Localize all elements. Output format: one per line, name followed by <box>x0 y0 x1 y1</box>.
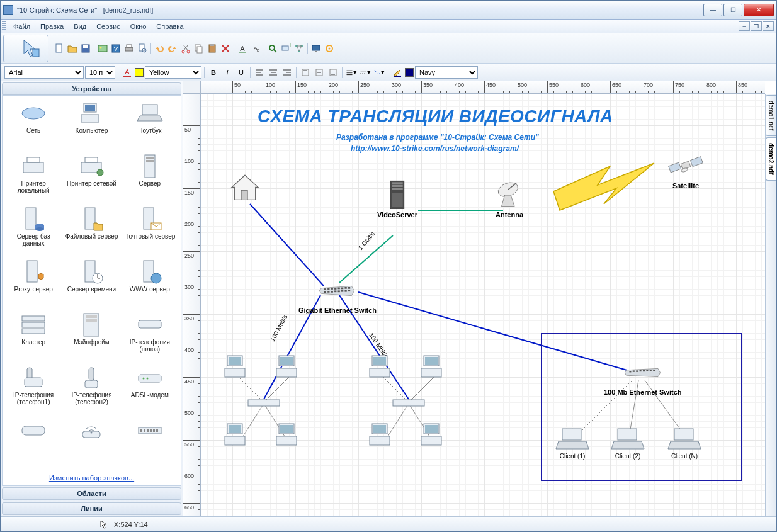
lines-panel-header[interactable]: Линии <box>2 502 181 515</box>
edge-label-gbit[interactable]: 1 Gbit/s <box>357 230 377 251</box>
mdi-close-button[interactable]: ✕ <box>763 21 774 31</box>
open-button[interactable] <box>66 42 79 55</box>
device-adsl-modem[interactable]: ADSL-модем <box>122 363 178 414</box>
node-satellite[interactable]: Satellite <box>667 150 705 190</box>
monitor-button[interactable] <box>310 42 322 55</box>
device-db-server[interactable]: Сервер баз данных <box>5 204 62 256</box>
export-image-button[interactable] <box>96 42 109 55</box>
line-color-button[interactable] <box>391 66 404 79</box>
node-pc-m3[interactable] <box>367 421 395 449</box>
save-button[interactable] <box>79 42 92 55</box>
copy-button[interactable] <box>193 42 205 55</box>
line-swatch[interactable] <box>405 68 414 77</box>
cut-button[interactable] <box>179 42 192 55</box>
tab-demo1[interactable]: demo1.ndf <box>766 95 776 136</box>
line-color-combo[interactable]: Navy <box>415 66 478 79</box>
close-button[interactable]: ✕ <box>744 4 774 16</box>
device-printer-local[interactable]: Принтер локальный <box>5 151 62 203</box>
tab-demo2[interactable]: demo2.ndf <box>766 137 776 181</box>
node-client-n[interactable]: Client (N) <box>667 426 702 460</box>
line-style-button[interactable]: ▾ <box>359 66 371 79</box>
fill-swatch[interactable] <box>135 68 144 77</box>
fill-color-combo[interactable]: Yellow <box>145 66 201 79</box>
diagram-canvas[interactable]: СХЕМА ТРАНСЛЯЦИИ ВИДЕОСИГНАЛА Разработан… <box>201 94 765 516</box>
device-mainframe[interactable]: Мэйнфрейм <box>63 310 120 361</box>
new-doc-button[interactable] <box>53 42 65 55</box>
node-pc-l2[interactable] <box>274 353 302 381</box>
print-button[interactable] <box>123 42 135 55</box>
device-mail-server[interactable]: Почтовый сервер <box>122 204 178 256</box>
redo-button[interactable] <box>166 42 179 55</box>
node-pc-m4[interactable] <box>419 421 446 449</box>
diagram-subtitle-1[interactable]: Разработана в программе "10-Страйк: Схем… <box>336 133 539 142</box>
settings-button[interactable] <box>323 42 336 55</box>
diagram-title[interactable]: СХЕМА ТРАНСЛЯЦИИ ВИДЕОСИГНАЛА <box>258 106 613 127</box>
menu-help[interactable]: Справка <box>151 21 188 31</box>
device-notebook[interactable]: Ноутбук <box>122 98 178 150</box>
scan-network-button[interactable] <box>266 42 279 55</box>
change-icons-link[interactable]: Изменить набор значков... <box>2 470 181 486</box>
line-pattern-button[interactable]: ▾ <box>373 66 385 79</box>
node-pc-m2[interactable] <box>419 353 446 381</box>
device-ip-phone2[interactable]: IP-телефония (телефон2) <box>63 363 120 414</box>
node-videoserver[interactable]: VideoServer <box>377 179 417 218</box>
devices-panel-header[interactable]: Устройства <box>2 82 181 95</box>
valign-bottom-button[interactable] <box>327 66 339 79</box>
valign-mid-button[interactable] <box>313 66 326 79</box>
align-center-button[interactable] <box>267 66 280 79</box>
paste-button[interactable] <box>206 42 218 55</box>
node-antenna[interactable]: Antenna <box>491 179 528 218</box>
device-ip-gateway[interactable]: IP-телефония (шлюз) <box>122 310 178 361</box>
pointer-tool[interactable] <box>3 35 48 62</box>
device-cluster[interactable]: Кластер <box>5 310 62 361</box>
node-pc-l1[interactable] <box>222 353 250 381</box>
delete-button[interactable] <box>219 42 232 55</box>
line-width-button[interactable]: ▾ <box>345 66 358 79</box>
device-www-server[interactable]: WWW-сервер <box>122 257 178 308</box>
bold-button[interactable]: B <box>207 66 220 79</box>
underline-button[interactable]: U <box>235 66 247 79</box>
add-text-button[interactable]: A <box>236 42 249 55</box>
device-file-server[interactable]: Файловый сервер <box>63 204 120 256</box>
node-pc-l4[interactable] <box>274 421 302 449</box>
font-size-combo[interactable]: 10 пт. <box>85 66 115 79</box>
diagram-subtitle-2[interactable]: http://www.10-strike.com/rus/network-dia… <box>351 144 519 153</box>
device-wifi-ap[interactable] <box>63 416 120 467</box>
auto-layout-button[interactable] <box>293 42 305 55</box>
menu-edit[interactable]: Правка <box>35 21 69 31</box>
node-pc-m1[interactable] <box>367 353 395 381</box>
areas-panel-header[interactable]: Области <box>2 487 181 500</box>
device-time-server[interactable]: Сервер времени <box>63 257 120 308</box>
align-left-button[interactable] <box>253 66 266 79</box>
add-label-button[interactable]: AB <box>249 42 262 55</box>
undo-button[interactable] <box>153 42 166 55</box>
device-modem[interactable] <box>5 416 62 467</box>
device-computer[interactable]: Компьютер <box>63 98 120 150</box>
maximize-button[interactable]: ☐ <box>723 4 742 16</box>
node-hub-left[interactable] <box>247 397 281 409</box>
node-client-2[interactable]: Client (2) <box>610 426 645 460</box>
export-visio-button[interactable]: V <box>110 42 122 55</box>
add-device-button[interactable]: + <box>280 42 292 55</box>
menu-file[interactable]: Файл <box>8 21 35 31</box>
device-proxy-server[interactable]: Proxy-сервер <box>5 257 62 308</box>
menu-service[interactable]: Сервис <box>91 21 125 31</box>
edge-label-100mb-1[interactable]: 100 Mbit/s <box>269 314 288 342</box>
menu-window[interactable]: Окно <box>125 21 152 31</box>
menu-view[interactable]: Вид <box>69 21 91 31</box>
mdi-restore-button[interactable]: ❐ <box>751 21 762 31</box>
device-printer-net[interactable]: Принтер сетевой <box>63 151 120 203</box>
font-color-button[interactable]: A <box>121 66 133 79</box>
device-ip-phone1[interactable]: IP-телефония (телефон1) <box>5 363 62 414</box>
print-preview-button[interactable] <box>136 42 149 55</box>
device-server[interactable]: Сервер <box>122 151 178 203</box>
italic-button[interactable]: I <box>221 66 234 79</box>
node-house[interactable] <box>226 173 264 204</box>
minimize-button[interactable]: — <box>703 4 722 16</box>
node-switch-gigabit[interactable]: Gigabit Ethernet Switch <box>298 275 377 314</box>
node-pc-l3[interactable] <box>222 421 250 449</box>
valign-top-button[interactable] <box>299 66 312 79</box>
font-family-combo[interactable]: Arial <box>4 66 84 79</box>
device-switch-small[interactable] <box>122 416 178 467</box>
node-client-1[interactable]: Client (1) <box>555 426 590 460</box>
